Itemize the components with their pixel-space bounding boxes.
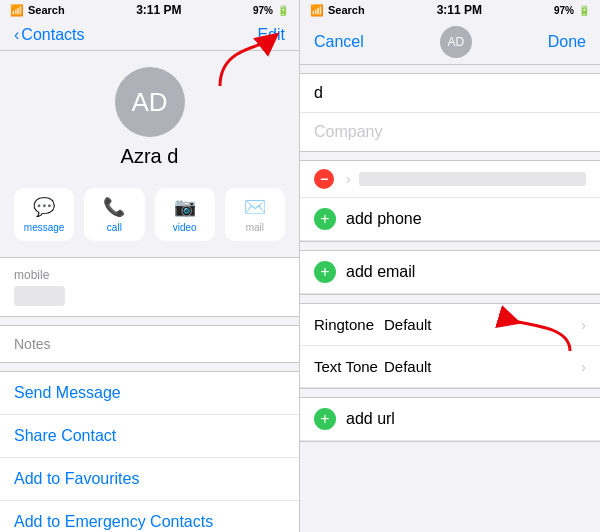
notes-label: Notes	[14, 336, 285, 352]
status-bar-left: 📶 Search	[10, 4, 65, 17]
add-phone-row[interactable]: + add phone	[300, 198, 600, 241]
first-name-row	[300, 74, 600, 113]
right-panel: 📶 Search 3:11 PM 97% 🔋 Cancel AD Done	[300, 0, 600, 532]
avatar-initials: AD	[131, 87, 167, 118]
left-status-bar: 📶 Search 3:11 PM 97% 🔋	[0, 0, 299, 20]
call-button[interactable]: 📞 call	[84, 188, 144, 241]
edit-form: − › + add phone + add email Ringtone Def…	[300, 65, 600, 532]
phone-row: − ›	[300, 161, 600, 198]
message-button[interactable]: 💬 message	[14, 188, 74, 241]
right-status-right: 97% 🔋	[554, 5, 590, 16]
right-status-left: 📶 Search	[310, 4, 365, 17]
add-email-icon: +	[314, 261, 336, 283]
name-section	[300, 73, 600, 152]
right-signal-icon: 📶	[310, 4, 324, 17]
url-section: + add url	[300, 397, 600, 442]
add-favourites-link[interactable]: Add to Favourites	[0, 458, 299, 501]
right-avatar-initials: AD	[447, 35, 464, 49]
mail-label: mail	[246, 222, 264, 233]
tone-section: Ringtone Default › Text Tone Default ›	[300, 303, 600, 389]
company-input[interactable]	[314, 123, 586, 141]
add-url-row[interactable]: + add url	[300, 398, 600, 441]
left-panel: 📶 Search 3:11 PM 97% 🔋 ‹ Contacts Edit A…	[0, 0, 300, 532]
mail-button: ✉️ mail	[225, 188, 285, 241]
email-section: + add email	[300, 250, 600, 295]
left-nav-bar: ‹ Contacts Edit	[0, 20, 299, 51]
right-avatar-small: AD	[440, 26, 472, 58]
right-nav-bar: Cancel AD Done	[300, 20, 600, 65]
message-icon: 💬	[33, 196, 55, 218]
add-email-row[interactable]: + add email	[300, 251, 600, 294]
avatar: AD	[115, 67, 185, 137]
status-left-text: Search	[28, 4, 65, 16]
video-label: video	[173, 222, 197, 233]
left-time: 3:11 PM	[136, 3, 181, 17]
mobile-section: mobile	[0, 257, 299, 317]
right-battery-text: 97%	[554, 5, 574, 16]
text-tone-chevron-icon: ›	[581, 359, 586, 375]
share-contact-link[interactable]: Share Contact	[0, 415, 299, 458]
contact-header: AD Azra d	[0, 51, 299, 180]
add-url-label: add url	[346, 410, 395, 428]
phone-section: − › + add phone	[300, 160, 600, 242]
call-icon: 📞	[103, 196, 125, 218]
send-message-link[interactable]: Send Message	[0, 372, 299, 415]
cancel-button[interactable]: Cancel	[314, 33, 364, 51]
first-name-input[interactable]	[314, 84, 586, 102]
right-battery-icon: 🔋	[578, 5, 590, 16]
mobile-value	[14, 286, 65, 306]
ringtone-chevron-icon: ›	[581, 317, 586, 333]
right-status-bar: 📶 Search 3:11 PM 97% 🔋	[300, 0, 600, 20]
video-button[interactable]: 📷 video	[155, 188, 215, 241]
text-tone-row[interactable]: Text Tone Default ›	[300, 346, 600, 388]
signal-icon: 📶	[10, 4, 24, 17]
company-row	[300, 113, 600, 151]
add-url-icon: +	[314, 408, 336, 430]
phone-value-placeholder	[359, 172, 586, 186]
text-tone-label: Text Tone	[314, 358, 384, 375]
add-emergency-link[interactable]: Add to Emergency Contacts	[0, 501, 299, 532]
right-status-text: Search	[328, 4, 365, 16]
ringtone-label: Ringtone	[314, 316, 384, 333]
battery-icon: 🔋	[277, 5, 289, 16]
chevron-left-icon: ‹	[14, 26, 19, 44]
links-section: Send Message Share Contact Add to Favour…	[0, 371, 299, 532]
back-label: Contacts	[21, 26, 84, 44]
status-bar-right: 97% 🔋	[253, 5, 289, 16]
phone-chevron-icon: ›	[346, 171, 351, 187]
remove-phone-button[interactable]: −	[314, 169, 334, 189]
video-icon: 📷	[174, 196, 196, 218]
ringtone-value: Default	[384, 316, 577, 333]
mail-icon: ✉️	[244, 196, 266, 218]
battery-text: 97%	[253, 5, 273, 16]
add-phone-icon: +	[314, 208, 336, 230]
right-time: 3:11 PM	[437, 3, 482, 17]
call-label: call	[107, 222, 122, 233]
done-button[interactable]: Done	[548, 33, 586, 51]
edit-button[interactable]: Edit	[257, 26, 285, 44]
add-email-label: add email	[346, 263, 415, 281]
message-label: message	[24, 222, 65, 233]
contact-name: Azra d	[121, 145, 179, 168]
mobile-label: mobile	[14, 268, 285, 282]
back-button[interactable]: ‹ Contacts	[14, 26, 84, 44]
action-buttons: 💬 message 📞 call 📷 video ✉️ mail	[0, 180, 299, 249]
text-tone-value: Default	[384, 358, 577, 375]
notes-section: Notes	[0, 325, 299, 363]
ringtone-row[interactable]: Ringtone Default ›	[300, 304, 600, 346]
add-phone-label: add phone	[346, 210, 422, 228]
